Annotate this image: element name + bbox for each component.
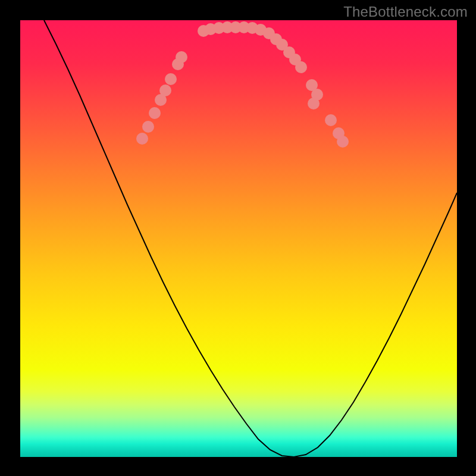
chart-marker <box>149 107 161 119</box>
chart-marker <box>159 84 171 96</box>
chart-marker <box>176 51 187 63</box>
chart-markers-group <box>136 21 349 148</box>
chart-marker <box>295 61 307 73</box>
chart-marker <box>142 121 154 133</box>
chart-marker <box>337 136 349 148</box>
chart-svg <box>20 20 457 457</box>
watermark-text: TheBottleneck.com <box>343 4 468 20</box>
chart-marker <box>308 98 320 109</box>
chart-curve-group <box>44 20 457 457</box>
chart-frame: TheBottleneck.com <box>0 0 476 476</box>
chart-curve <box>44 20 457 457</box>
chart-marker <box>136 133 148 145</box>
chart-marker <box>325 114 337 126</box>
chart-marker <box>165 73 177 85</box>
